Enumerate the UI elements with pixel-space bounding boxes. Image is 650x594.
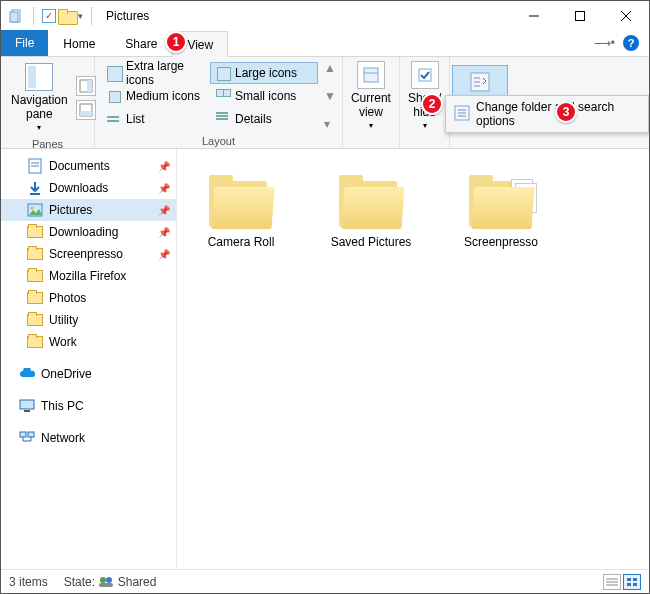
details-pane-icon[interactable]: [76, 100, 96, 120]
folder-screenpresso[interactable]: Screenpresso: [451, 175, 551, 249]
sidebar-item-downloads[interactable]: Downloads📌: [1, 177, 176, 199]
minimize-button[interactable]: [511, 1, 557, 31]
sidebar-item-network[interactable]: Network: [1, 427, 176, 449]
downloads-icon: [27, 180, 43, 196]
change-folder-options-icon: [454, 105, 470, 124]
layout-details[interactable]: Details: [210, 108, 318, 130]
folder-icon: [27, 246, 43, 262]
medium-icons-icon: [107, 89, 121, 103]
content-area: Documents📌 Downloads📌 Pictures📌 Download…: [1, 149, 649, 569]
status-state: State: Shared: [64, 575, 157, 589]
svg-rect-42: [627, 583, 631, 586]
layout-scroll-down-icon[interactable]: ▼: [324, 89, 336, 103]
svg-rect-36: [99, 583, 113, 587]
sidebar-item-work[interactable]: Work: [1, 331, 176, 353]
tab-share[interactable]: Share: [110, 30, 172, 56]
sidebar-item-thispc[interactable]: This PC: [1, 395, 176, 417]
chevron-down-icon: ▾: [37, 123, 41, 132]
folder-icon: [27, 312, 43, 328]
list-icon: [107, 112, 121, 126]
svg-rect-41: [633, 578, 637, 581]
folder-label: Screenpresso: [464, 235, 538, 249]
layout-extra-large[interactable]: Extra large icons: [101, 62, 209, 84]
sidebar-item-photos[interactable]: Photos: [1, 287, 176, 309]
maximize-button[interactable]: [557, 1, 603, 31]
layout-list[interactable]: List: [101, 108, 209, 130]
annotation-3: 3: [555, 101, 577, 123]
sidebar-item-documents[interactable]: Documents📌: [1, 155, 176, 177]
svg-rect-29: [20, 432, 26, 437]
annotation-1: 1: [165, 31, 187, 53]
svg-rect-7: [87, 80, 92, 92]
qat-folder-icon[interactable]: [58, 7, 76, 25]
folder-saved-pictures[interactable]: Saved Pictures: [321, 175, 421, 249]
extra-large-icons-icon: [107, 66, 121, 80]
sidebar-item-pictures[interactable]: Pictures📌: [1, 199, 176, 221]
folder-label: Camera Roll: [208, 235, 275, 249]
svg-rect-28: [24, 410, 30, 412]
pin-icon: 📌: [158, 227, 170, 238]
folder-view[interactable]: Camera Roll Saved Pictures Screenpresso: [177, 149, 649, 569]
titlebar: ✓ ▾ Pictures: [1, 1, 649, 31]
folder-icon: [27, 224, 43, 240]
help-icon[interactable]: ?: [623, 35, 639, 51]
options-icon: [466, 68, 494, 96]
folder-icon: [27, 268, 43, 284]
current-view-label: Current view: [351, 91, 391, 119]
details-icon: [216, 112, 230, 126]
navigation-pane-button[interactable]: Navigation pane ▾: [7, 61, 72, 134]
svg-rect-1: [10, 12, 18, 22]
tab-home[interactable]: Home: [48, 30, 110, 56]
layout-medium[interactable]: Medium icons: [101, 85, 209, 107]
sidebar-item-firefox[interactable]: Mozilla Firefox: [1, 265, 176, 287]
pictures-icon: [27, 202, 43, 218]
layout-scroll-up-icon[interactable]: ▲: [324, 61, 336, 75]
annotation-2: 2: [421, 93, 443, 115]
tab-file[interactable]: File: [1, 30, 48, 56]
svg-point-26: [31, 207, 34, 210]
qat-dropdown-icon[interactable]: ▾: [78, 11, 83, 21]
status-item-count: 3 items: [9, 575, 48, 589]
pin-icon: 📌: [158, 183, 170, 194]
qat-properties-icon[interactable]: ✓: [42, 9, 56, 23]
explorer-window: 1 2 3 ✓ ▾ Pictures File Home Share View …: [0, 0, 650, 594]
app-icon: [7, 7, 25, 25]
folder-icon: [205, 175, 277, 231]
minimize-ribbon-icon[interactable]: ⟶•: [594, 36, 615, 50]
svg-rect-27: [20, 400, 34, 409]
pin-icon: 📌: [158, 249, 170, 260]
pin-icon: 📌: [158, 161, 170, 172]
folder-label: Saved Pictures: [331, 235, 412, 249]
sidebar-item-utility[interactable]: Utility: [1, 309, 176, 331]
large-icons-icon: [216, 66, 230, 80]
close-button[interactable]: [603, 1, 649, 31]
view-details-button[interactable]: [603, 574, 621, 590]
sidebar-item-onedrive[interactable]: OneDrive: [1, 363, 176, 385]
sidebar-item-downloading[interactable]: Downloading📌: [1, 221, 176, 243]
pin-icon: 📌: [158, 205, 170, 216]
ribbon-tabs: File Home Share View ⟶• ?: [1, 31, 649, 57]
folder-icon: [335, 175, 407, 231]
navigation-pane-label: Navigation pane: [11, 93, 68, 121]
sidebar-item-screenpresso[interactable]: Screenpresso📌: [1, 243, 176, 265]
onedrive-icon: [19, 366, 35, 382]
show-hide-icon: [411, 61, 439, 89]
svg-rect-30: [28, 432, 34, 437]
navigation-sidebar: Documents📌 Downloads📌 Pictures📌 Download…: [1, 149, 177, 569]
navigation-pane-icon: [25, 63, 53, 91]
svg-point-35: [106, 577, 112, 583]
folder-camera-roll[interactable]: Camera Roll: [191, 175, 291, 249]
layout-large[interactable]: Large icons: [210, 62, 318, 84]
svg-rect-40: [627, 578, 631, 581]
svg-rect-9: [80, 111, 92, 116]
layout-expand-icon[interactable]: ▾: [324, 117, 336, 131]
small-icons-icon: [216, 89, 230, 103]
group-label-layout: Layout: [95, 135, 342, 150]
view-large-icons-button[interactable]: [623, 574, 641, 590]
folder-icon: [27, 334, 43, 350]
layout-small[interactable]: Small icons: [210, 85, 318, 107]
network-icon: [19, 430, 35, 446]
options-submenu: Change folder and search options: [445, 95, 649, 133]
preview-pane-icon[interactable]: [76, 76, 96, 96]
current-view-button[interactable]: Current view▾: [345, 59, 397, 132]
